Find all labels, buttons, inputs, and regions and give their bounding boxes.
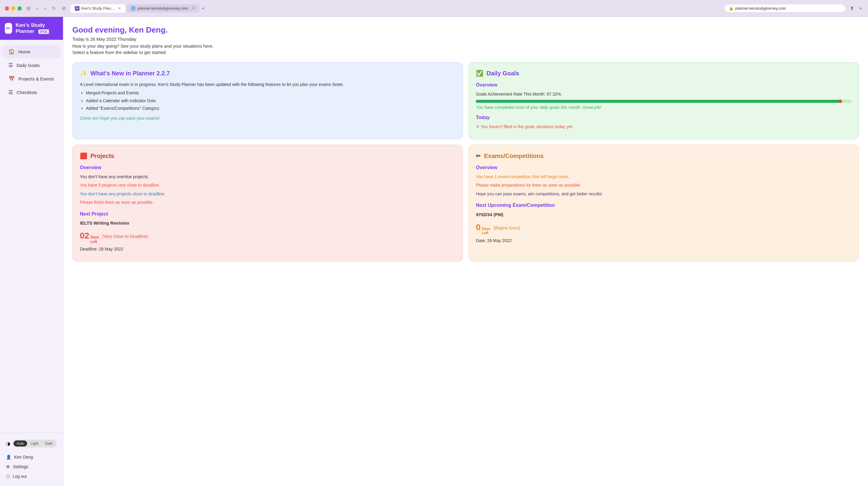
whats-new-desc: A Level international exam is in progres…	[80, 81, 456, 88]
achievement-message: You have completed most of your daily go…	[476, 104, 851, 111]
close-button[interactable]	[5, 6, 9, 10]
sidebar-footer: ◑ Auto Light Dark 👤 Ken Deng ⚙ Settings …	[0, 433, 63, 486]
sidebar-item-home[interactable]: 🏠 Home	[2, 45, 61, 58]
new-tab-button[interactable]: +	[200, 4, 206, 12]
address-bar[interactable]: 🔒 planner.kenstudyjourney.com	[724, 4, 845, 12]
days-num: 02	[80, 229, 89, 243]
exam-days-label-left: Left	[482, 231, 491, 235]
sidebar: ✏ Ken's Study Planner IPv6 🏠 Home ☰ Dail…	[0, 17, 63, 486]
theme-dark[interactable]: Dark	[42, 441, 56, 447]
logout-icon: ⬡	[6, 474, 10, 479]
logout-label: Log out	[13, 474, 27, 479]
main-content: Good evening, Ken Deng. Today is 26 May …	[63, 17, 868, 486]
projects-title: Projects	[90, 153, 114, 159]
tab-planner-favicon: 🌐	[131, 6, 135, 10]
back-button[interactable]: ‹	[35, 4, 39, 12]
sidebar-item-checklists[interactable]: ☰ Checklists	[2, 86, 61, 99]
daily-goals-today-label: Today	[476, 114, 851, 121]
exams-overview-label: Overview	[476, 164, 851, 172]
theme-auto[interactable]: Auto	[13, 441, 27, 447]
date-line: Today is 26 May 2022 Thursday	[72, 36, 859, 41]
sidebar-item-projects[interactable]: 📅 Projects & Events	[2, 72, 61, 85]
traffic-lights	[5, 6, 22, 10]
checklists-icon: ☰	[8, 89, 13, 96]
tab-planner-close-icon[interactable]: ✕	[192, 6, 195, 10]
whats-new-item-1: Merged Projects and Events	[86, 90, 456, 96]
close-deadline-warning: You have 5 projects very close to deadli…	[80, 182, 456, 188]
theme-light[interactable]: Light	[28, 441, 41, 447]
sidebar-toggle[interactable]: ⊟	[25, 4, 32, 12]
deadline-row: 02 Days Left (Very Close to Deadline)	[80, 229, 456, 244]
daily-goals-title: Daily Goals	[487, 70, 519, 77]
daily-goals-overview-label: Overview	[476, 81, 851, 89]
settings-label: Settings	[13, 464, 28, 469]
tab-bar: ✏ Ken's Study Plan... ✕ 🌐 planner.kenstu…	[70, 4, 721, 13]
whats-new-list: Merged Projects and Events Added a Calen…	[86, 90, 456, 112]
minimize-button[interactable]	[11, 6, 16, 10]
tab-study-plan-icon: ✏	[75, 6, 80, 11]
greeting: Good evening, Ken Deng.	[72, 25, 859, 35]
exam-icon: ✏	[476, 152, 481, 159]
sidebar-item-daily-goals[interactable]: ☰ Daily Goals	[2, 59, 61, 72]
tab-planner-label: planner.kenstudyjourney.com	[137, 6, 188, 10]
daily-goals-header: ✅ Daily Goals	[476, 70, 851, 77]
daily-goals-icon: ☰	[8, 62, 13, 68]
exam-days-label-days: Days	[482, 227, 491, 231]
shield-button[interactable]: ⊘	[61, 4, 67, 12]
magic-wand-icon: ✨	[80, 70, 87, 77]
select-feature-text: Select a feature from the sidebar to get…	[72, 50, 859, 55]
app-logo: ✏	[5, 23, 12, 34]
days-label: Days Left	[90, 235, 99, 244]
settings-icon: ⚙	[6, 464, 10, 469]
whats-new-title: What's New in Planner 2.2.7	[90, 70, 170, 77]
no-close-deadline: You don't have any projects close to dea…	[80, 190, 456, 197]
progress-bar-fill	[476, 100, 841, 103]
whats-new-item-2: Added a Calendar with Indicator Dots	[86, 97, 456, 104]
today-message: ✕ You haven't filled in the goals situat…	[476, 123, 851, 130]
whats-new-item-3: Added "Exams/Competitions" Category	[86, 105, 456, 112]
begins-soon-msg: You have 1 exam/competition that will be…	[476, 173, 851, 180]
user-icon: 👤	[6, 455, 11, 459]
tab-close-icon[interactable]: ✕	[118, 6, 121, 10]
next-project-label: Next Project	[80, 210, 456, 218]
exam-days-block: 0 Days Left	[476, 221, 490, 236]
deadline-date: Deadline: 28 May 2022	[80, 246, 456, 252]
theme-selector[interactable]: Auto Light Dark	[13, 439, 57, 447]
begins-soon-label: (Begins Soon)	[493, 224, 520, 231]
logout-item[interactable]: ⬡ Log out	[2, 472, 61, 481]
user-profile[interactable]: 👤 Ken Deng	[2, 452, 61, 462]
exam-name: 9702/34 (PM)	[476, 211, 851, 218]
theme-toggle: ◑ Auto Light Dark	[2, 438, 61, 449]
sidebar-header: ✏ Ken's Study Planner IPv6	[0, 17, 63, 40]
tab-study-plan[interactable]: ✏ Ken's Study Plan... ✕	[70, 4, 125, 13]
address-lock-icon: 🔒	[729, 6, 734, 10]
exams-card: ✏ Exams/Competitions Overview You have 1…	[468, 145, 859, 262]
next-exam-label: Next Upcoming Exam/Competition	[476, 202, 851, 209]
projects-icon: 📅	[8, 76, 15, 82]
sidebar-projects-label: Projects & Events	[19, 76, 54, 82]
projects-overview-label: Overview	[80, 164, 456, 172]
exam-days-num: 0	[476, 221, 481, 234]
ipv6-badge: IPv6	[38, 29, 49, 34]
tab-planner[interactable]: 🌐 planner.kenstudyjourney.com ✕	[127, 4, 199, 12]
sidebar-checklists-label: Checklists	[17, 90, 37, 95]
forward-button[interactable]: ›	[43, 4, 47, 12]
new-window-button[interactable]: +	[858, 4, 863, 12]
refresh-button[interactable]: ↻	[51, 4, 57, 12]
user-name: Ken Deng	[14, 455, 33, 459]
sidebar-home-label: Home	[19, 49, 30, 54]
settings-item[interactable]: ⚙ Settings	[2, 462, 61, 472]
exams-title: Exams/Competitions	[484, 153, 544, 159]
share-button[interactable]: ⬆	[849, 4, 855, 12]
exams-body: Overview You have 1 exam/competition tha…	[476, 164, 851, 244]
maximize-button[interactable]	[18, 6, 22, 10]
whats-new-body: A Level international exam is in progres…	[80, 81, 456, 121]
progress-bar	[476, 100, 851, 103]
prepare-msg: Please make preparations for them as soo…	[476, 182, 851, 188]
days-left-block: 02 Days Left	[80, 229, 99, 244]
whats-new-header: ✨ What's New in Planner 2.2.7	[80, 70, 456, 77]
browser-chrome: ⊟ ‹ › ↻ ⊘ ✏ Ken's Study Plan... ✕ 🌐 plan…	[0, 0, 868, 17]
home-icon: 🏠	[8, 49, 15, 55]
days-label-left: Left	[90, 240, 99, 244]
exam-date: Date: 26 May 2022	[476, 237, 851, 244]
